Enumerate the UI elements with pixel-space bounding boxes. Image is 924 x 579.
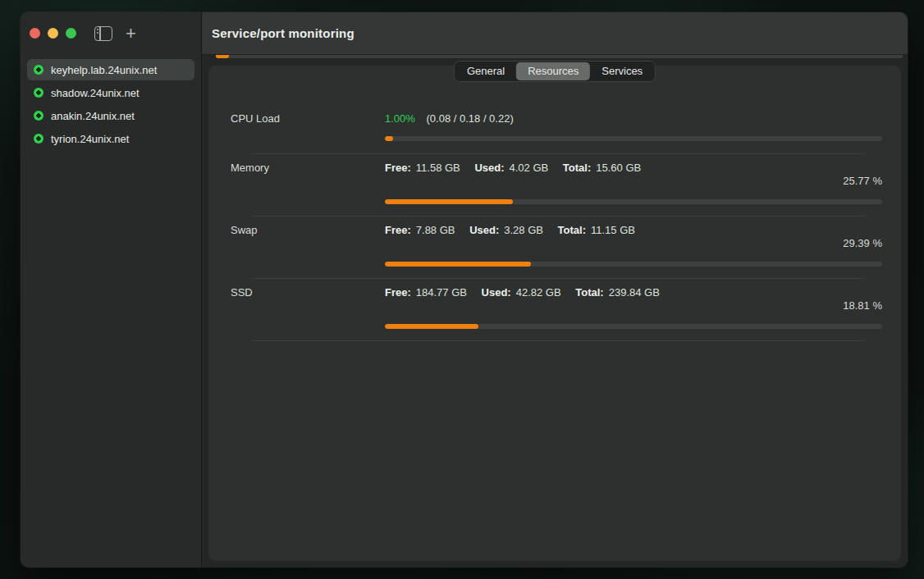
tab-general[interactable]: General [455, 62, 516, 80]
ssd-progress-fill [385, 324, 478, 329]
toggle-sidebar-icon[interactable] [94, 26, 112, 41]
desktop-wallpaper: + keyhelp.lab.24unix.net shadow.24unix.n… [0, 0, 924, 579]
memory-progress-fill [385, 199, 513, 204]
add-server-icon[interactable]: + [126, 26, 136, 41]
swap-label: Swap [231, 224, 385, 267]
ssd-label: SSD [231, 286, 385, 329]
sidebar-toolbar: + [94, 26, 136, 41]
swap-percent: 29.39 % [385, 237, 882, 250]
server-status-online-icon [34, 134, 43, 144]
zoom-button[interactable] [66, 28, 76, 39]
scrolled-progress-fill [216, 55, 229, 58]
used-label: Used: [482, 286, 511, 299]
swap-progressbar [385, 262, 882, 267]
resources-group-box: CPU Load 1.00% (0.08 / 0.18 / 0.22) [208, 66, 901, 561]
memory-label: Memory [231, 162, 385, 204]
cpu-load-percent: 1.00% [385, 112, 415, 125]
server-name: shadow.24unix.net [51, 87, 140, 99]
swap-row: Swap Free:7.88 GB Used:3.28 GB Total:11.… [231, 217, 882, 278]
total-label: Total: [575, 286, 603, 299]
free-value: 184.77 GB [416, 286, 467, 299]
close-button[interactable] [30, 28, 40, 39]
sidebar-item-anakin[interactable]: anakin.24unix.net [27, 105, 194, 126]
swap-progress-fill [385, 262, 531, 267]
memory-percent: 25.77 % [385, 175, 882, 188]
total-value: 15.60 GB [596, 162, 641, 174]
tab-resources[interactable]: Resources [516, 62, 590, 80]
ssd-row: SSD Free:184.77 GB Used:42.82 GB Total:2… [231, 279, 882, 340]
traffic-lights [30, 28, 76, 39]
sidebar-item-shadow[interactable]: shadow.24unix.net [27, 82, 194, 103]
scrolled-progress-bar [216, 55, 903, 58]
ssd-percent: 18.81 % [385, 299, 882, 312]
cpu-load-label: CPU Load [231, 112, 385, 141]
server-name: keyhelp.lab.24unix.net [51, 64, 157, 76]
total-value: 239.84 GB [609, 286, 660, 299]
used-value: 42.82 GB [516, 286, 561, 299]
swap-values: Free:7.88 GB Used:3.28 GB Total:11.15 GB [385, 224, 882, 237]
sidebar-item-keyhelp[interactable]: keyhelp.lab.24unix.net [27, 59, 194, 80]
memory-progressbar [385, 199, 882, 204]
total-value: 11.15 GB [591, 224, 635, 236]
total-label: Total: [563, 162, 591, 174]
server-name: tyrion.24unix.net [51, 133, 129, 145]
sidebar-item-tyrion[interactable]: tyrion.24unix.net [27, 128, 194, 149]
used-label: Used: [469, 224, 499, 236]
page-title: Service/port monitoring [212, 26, 355, 40]
ssd-progressbar [385, 324, 882, 329]
tab-bar: General Resources Services [454, 61, 656, 82]
sidebar-header: + [21, 12, 201, 54]
free-label: Free: [385, 224, 411, 236]
free-value: 7.88 GB [416, 224, 455, 236]
tab-services[interactable]: Services [590, 62, 654, 80]
free-label: Free: [385, 162, 411, 174]
main-panel: Service/port monitoring General Resource… [202, 12, 908, 568]
cpu-load-progress-fill [385, 136, 393, 141]
row-divider [251, 340, 866, 341]
sidebar: + keyhelp.lab.24unix.net shadow.24unix.n… [21, 12, 202, 568]
server-status-online-icon [34, 65, 43, 75]
cpu-load-progressbar [385, 136, 882, 141]
memory-values: Free:11.58 GB Used:4.02 GB Total:15.60 G… [385, 162, 882, 175]
used-value: 3.28 GB [504, 224, 543, 236]
free-value: 11.58 GB [416, 162, 460, 174]
cpu-load-averages: (0.08 / 0.18 / 0.22) [427, 112, 514, 125]
minimize-button[interactable] [48, 28, 58, 39]
ssd-values: Free:184.77 GB Used:42.82 GB Total:239.8… [385, 286, 882, 299]
memory-row: Memory Free:11.58 GB Used:4.02 GB Total:… [231, 154, 882, 216]
used-value: 4.02 GB [510, 162, 549, 174]
server-status-online-icon [34, 111, 43, 121]
used-label: Used: [474, 162, 504, 174]
server-name: anakin.24unix.net [51, 110, 135, 122]
server-list: keyhelp.lab.24unix.net shadow.24unix.net… [21, 54, 201, 149]
total-label: Total: [558, 224, 586, 236]
title-bar: Service/port monitoring [202, 12, 908, 55]
server-status-online-icon [34, 88, 43, 98]
app-window: + keyhelp.lab.24unix.net shadow.24unix.n… [21, 12, 908, 568]
free-label: Free: [385, 286, 411, 299]
content-area: General Resources Services CPU Load 1.00… [202, 55, 908, 568]
cpu-load-values: 1.00% (0.08 / 0.18 / 0.22) [385, 112, 882, 125]
